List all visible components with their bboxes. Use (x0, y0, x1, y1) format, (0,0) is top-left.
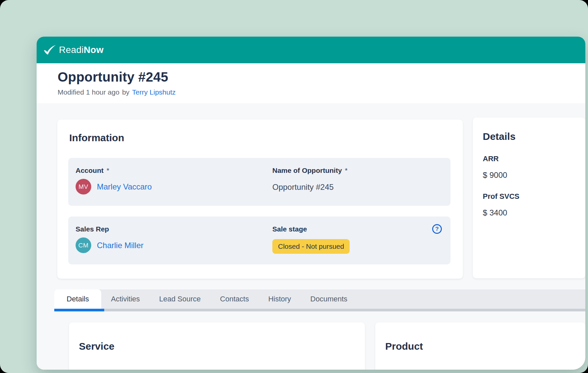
account-avatar[interactable]: MV (76, 179, 91, 194)
details-item-value: $ 3400 (483, 208, 585, 217)
information-fieldgroup-2: Sales Rep CM Charlie Miller Sale stage C… (68, 216, 450, 264)
information-card: Information Account * MV Marley Vaccaro (57, 120, 463, 279)
sales-rep-label: Sales Rep (76, 225, 144, 233)
service-card: Service Focus Person (69, 322, 365, 370)
page-header: Opportunity #245 Modified 1 hour ago by … (37, 63, 585, 103)
details-item-value: $ 9000 (483, 171, 585, 180)
tab-history[interactable]: History (259, 289, 301, 309)
tab-lead-source[interactable]: Lead Source (149, 289, 210, 309)
sale-stage-badge: Closed - Not pursued (272, 239, 350, 254)
opportunity-name-value: Opportunity #245 (272, 183, 348, 192)
app-topbar: ReadiNow (37, 37, 585, 63)
sales-rep-field: Sales Rep CM Charlie Miller (76, 216, 144, 264)
account-field: Account * MV Marley Vaccaro (76, 158, 152, 206)
sales-rep-value-link[interactable]: Charlie Miller (97, 241, 144, 250)
focus-person-label: Focus Person (79, 368, 125, 370)
opportunity-name-field: Name of Opportunity * Opportunity #245 (272, 158, 348, 206)
opportunity-name-label: Name of Opportunity * (272, 167, 348, 175)
tab-strip: Details Activities Lead Source Contacts … (54, 289, 585, 311)
product-card: Product Domain type (375, 322, 585, 370)
page-title: Opportunity #245 (58, 70, 585, 85)
required-marker: * (107, 167, 109, 175)
details-item-label: Prof SVCS (483, 192, 585, 201)
account-value-link[interactable]: Marley Vaccaro (97, 182, 152, 191)
details-item-label: ARR (483, 155, 585, 163)
tab-underline (54, 309, 585, 311)
modified-by-user-link[interactable]: Terry Lipshutz (132, 88, 176, 96)
details-item: ARR $ 9000 (483, 155, 585, 180)
content-area: Information Account * MV Marley Vaccaro (37, 103, 585, 370)
sale-stage-label: Sale stage (272, 225, 350, 233)
sale-stage-field: Sale stage Closed - Not pursued (272, 216, 350, 264)
tab-documents[interactable]: Documents (301, 289, 357, 309)
screenshot-stage: ReadiNow Opportunity #245 Modified 1 hou… (0, 0, 588, 373)
app-window: ReadiNow Opportunity #245 Modified 1 hou… (37, 37, 585, 370)
brand-wordmark: ReadiNow (59, 45, 104, 55)
check-swoosh-icon (43, 44, 57, 56)
brand-logo[interactable]: ReadiNow (43, 44, 104, 56)
details-item: Prof SVCS $ 3400 (483, 192, 585, 217)
sales-rep-avatar[interactable]: CM (76, 237, 91, 253)
domain-type-label: Domain type (385, 368, 427, 370)
tab-details[interactable]: Details (54, 289, 101, 309)
details-card: Details ARR $ 9000 Prof SVCS $ 3400 (473, 118, 585, 278)
active-tab-indicator (54, 309, 104, 311)
tab-activities[interactable]: Activities (101, 289, 149, 309)
tab-contacts[interactable]: Contacts (210, 289, 259, 309)
product-card-title: Product (385, 341, 423, 352)
help-icon[interactable]: ? (432, 224, 442, 234)
service-card-title: Service (79, 341, 115, 352)
information-fieldgroup-1: Account * MV Marley Vaccaro Name of Oppo… (68, 158, 450, 206)
by-text: by (122, 88, 130, 96)
modified-line: Modified 1 hour ago by Terry Lipshutz (58, 88, 585, 96)
modified-text: Modified 1 hour ago (58, 88, 120, 96)
account-label: Account * (76, 167, 152, 175)
information-card-title: Information (69, 132, 124, 144)
details-card-title: Details (483, 131, 585, 142)
required-marker: * (345, 167, 348, 175)
